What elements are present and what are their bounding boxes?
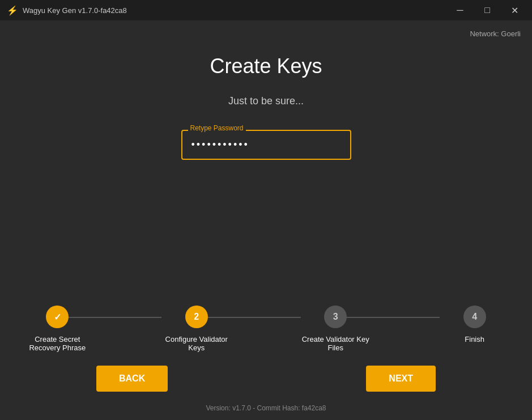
step-1-circle: ✓ (46, 306, 69, 328)
next-button[interactable]: NEXT (366, 366, 436, 392)
steps-container: ✓ Create Secret Recovery Phrase 2 Config… (0, 306, 532, 352)
minimize-button[interactable]: ─ (447, 1, 473, 19)
title-bar-left: ⚡ Wagyu Key Gen v1.7.0-fa42ca8 (7, 5, 127, 16)
title-bar-text: Wagyu Key Gen v1.7.0-fa42ca8 (23, 6, 127, 15)
step-4-label: Finish (465, 335, 484, 343)
maximize-button[interactable]: □ (474, 1, 500, 19)
step-1: ✓ Create Secret Recovery Phrase (23, 306, 92, 352)
network-badge: Network: Goerli (470, 29, 521, 38)
main-content: Create Keys Just to be sure... Retype Pa… (0, 20, 532, 183)
close-button[interactable]: ✕ (501, 1, 527, 19)
page-title: Create Keys (210, 54, 322, 78)
back-button[interactable]: BACK (96, 366, 168, 392)
step-3: 3 Create Validator Key Files (301, 306, 371, 352)
buttons-container: BACK NEXT (0, 366, 532, 392)
retype-password-input[interactable] (181, 130, 351, 160)
app-icon: ⚡ (7, 5, 18, 16)
step-2-circle: 2 (185, 306, 208, 328)
step-4: 4 Finish (440, 306, 509, 343)
step-2: 2 Configure Validator Keys (161, 306, 231, 352)
version-text: Version: v1.7.0 - Commit Hash: fa42ca8 (0, 404, 532, 412)
step-3-circle: 3 (324, 306, 347, 328)
password-field-wrapper: Retype Password (181, 130, 351, 160)
title-bar-controls: ─ □ ✕ (447, 1, 527, 19)
step-1-label: Create Secret Recovery Phrase (23, 335, 92, 352)
step-4-circle: 4 (463, 306, 486, 328)
step-2-label: Configure Validator Keys (161, 335, 231, 352)
subtitle: Just to be sure... (228, 95, 304, 107)
password-label: Retype Password (188, 124, 246, 132)
step-3-label: Create Validator Key Files (301, 335, 371, 352)
title-bar: ⚡ Wagyu Key Gen v1.7.0-fa42ca8 ─ □ ✕ (0, 0, 532, 20)
